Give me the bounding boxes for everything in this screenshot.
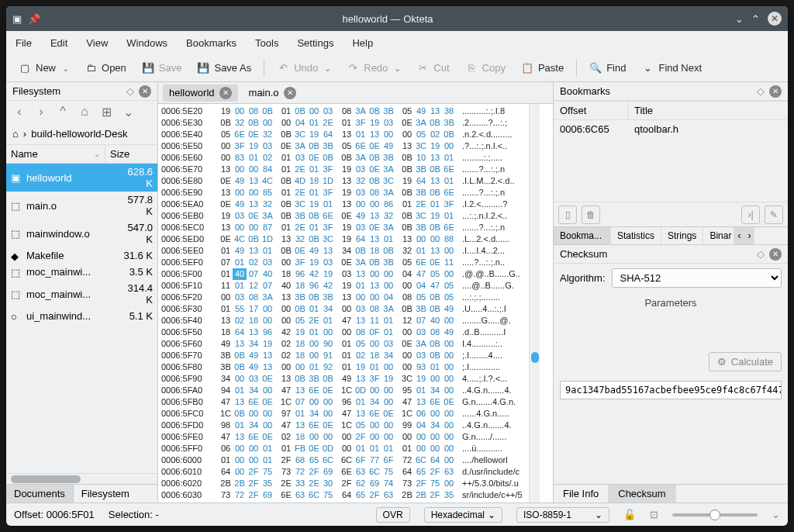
hex-row[interactable]: 0006:5ED00E4C0B1D13320B3C196413011300008… <box>161 233 526 245</box>
insert-mode[interactable]: OVR <box>376 507 410 523</box>
hex-row[interactable]: 0006:5F000140074018964219031300000447050… <box>161 268 526 280</box>
find-button[interactable]: 🔍Find <box>583 59 632 78</box>
detach-icon[interactable]: ◇ <box>757 85 765 97</box>
hex-row[interactable]: 0006:6000010000012F68656C6C6F776F726C640… <box>161 454 526 466</box>
zoom-dropdown-icon[interactable]: ⌄ <box>772 509 780 520</box>
save-button[interactable]: 💾Save <box>136 59 188 78</box>
fit-icon[interactable]: ⊡ <box>650 509 658 520</box>
bookmark-row[interactable]: 0006:6C65qtoolbar.h <box>554 120 788 138</box>
file-row[interactable]: ⬚moc_mainwi...314.4 K <box>6 280 157 308</box>
menu-tools[interactable]: Tools <box>255 37 278 49</box>
hex-row[interactable]: 0006:5F50186413964219010000080F010003084… <box>161 326 526 338</box>
tab-filesystem[interactable]: Filesystem <box>74 485 137 503</box>
v-scrollbar[interactable] <box>529 104 540 503</box>
file-row[interactable]: ⬚moc_mainwi...3.5 K <box>6 264 157 280</box>
hex-row[interactable]: 0006:5E201900080B010B0003083A0B3B0549133… <box>161 105 526 117</box>
close-pane-icon[interactable]: ✕ <box>769 85 782 98</box>
hex-row[interactable]: 0006:5F3001551700000B01340003083A0B3B0B4… <box>161 303 526 315</box>
chevron-down-icon[interactable] <box>323 62 331 74</box>
maximize-icon[interactable]: ⌃ <box>751 13 760 25</box>
nav-back-icon[interactable]: ‹ <box>12 105 26 119</box>
bm-goto-button[interactable]: ›| <box>741 206 760 224</box>
bm-edit-button[interactable]: ✎ <box>765 206 783 224</box>
chevron-down-icon[interactable] <box>60 62 69 74</box>
close-pane-icon[interactable]: ✕ <box>139 85 151 98</box>
menu-view[interactable]: View <box>86 37 108 49</box>
tab-nav-left[interactable]: ‹ <box>734 227 744 244</box>
doc-tab[interactable]: main.o✕ <box>243 85 302 102</box>
file-row[interactable]: ⬚main.o577.8 K <box>6 192 157 219</box>
nav-up-icon[interactable]: ^ <box>56 105 70 119</box>
hex-row[interactable]: 0006:5E50003F19030E3A0B3B056E0E49133C190… <box>161 140 526 152</box>
col-name-header[interactable]: Name⌄ <box>6 145 105 163</box>
h-scrollbar[interactable] <box>6 473 157 484</box>
minimize-icon[interactable]: ⌄ <box>735 13 744 25</box>
redo-button[interactable]: ↷Redo <box>340 59 407 78</box>
tab-checksum[interactable]: Checksum <box>609 485 675 503</box>
chevron-down-icon[interactable] <box>392 62 401 74</box>
hex-row[interactable]: 0006:601064002F7573722F696E636C7564652F6… <box>161 466 526 478</box>
tab-file-info[interactable]: File Info <box>554 485 609 503</box>
close-icon[interactable]: ✕ <box>768 12 782 26</box>
hex-row[interactable]: 0006:5FA09401340047136E0E1C0D00009501340… <box>161 385 526 396</box>
breadcrumb-item[interactable]: build-helloworld-Desk <box>31 128 127 140</box>
calculate-button[interactable]: ⚙Calculate <box>709 352 782 371</box>
nav-icons-icon[interactable]: ⊞ <box>99 105 113 119</box>
tab-documents[interactable]: Documents <box>6 485 74 503</box>
file-row[interactable]: ▣helloworld628.6 K <box>6 164 157 192</box>
chevron-down-icon[interactable]: ⌄ <box>121 105 135 119</box>
hex-row[interactable]: 0006:603073722F696E636C7564652F632B2B2F3… <box>161 489 526 501</box>
hex-row[interactable]: 0006:5F703B0B4913021800910102183400030B0… <box>161 350 526 361</box>
hex-row[interactable]: 0006:5FD09801340047136E0E1C0500009904340… <box>161 420 526 431</box>
hex-row[interactable]: 0006:5EF007010203003F19030E3A0B3B056E0E1… <box>161 257 526 268</box>
menu-windows[interactable]: Windows <box>126 37 167 49</box>
hex-row[interactable]: 0006:5EC013000087012E013F19030E3A0B3B0B6… <box>161 222 526 233</box>
hex-row[interactable]: 0006:5F101101120740189642190113000004470… <box>161 280 526 292</box>
open-button[interactable]: 🗀Open <box>78 59 133 78</box>
hex-row[interactable]: 0006:5EA00E4913320B3C190113000086012E013… <box>161 199 526 210</box>
menu-edit[interactable]: Edit <box>50 37 67 49</box>
hex-row[interactable]: 0006:5E800E49134C0B4D181D13320B3C1964130… <box>161 175 526 187</box>
menu-bookmarks[interactable]: Bookmarks <box>186 37 236 49</box>
tab-statistics[interactable]: Statistics <box>611 227 661 244</box>
close-icon[interactable]: ✕ <box>219 87 232 99</box>
hex-row[interactable]: 0006:5FF00600000101FB0E0D000101010100000… <box>161 443 526 454</box>
file-row[interactable]: ○ui_mainwind...5.1 K <box>6 308 157 324</box>
checksum-output[interactable]: 9ac1347bad55167acbefbee95ce9f4c8c67f4476… <box>560 381 782 399</box>
algorithm-select[interactable]: SHA-512 <box>612 268 782 288</box>
tab-binary[interactable]: Binar <box>703 227 734 244</box>
hex-row[interactable]: 0006:5E40056E0E320B3C1964130113000005020… <box>161 129 526 140</box>
hex-row[interactable]: 0006:5E9013000085012E013F1903083A0B3B0B6… <box>161 187 526 199</box>
home-icon[interactable]: ⌂ <box>12 128 19 140</box>
hex-row[interactable]: 0006:5FB047136E0E1C0700009601340047136E0… <box>161 396 526 408</box>
save-as-button[interactable]: 💾Save As <box>191 59 257 78</box>
tab-bookmarks[interactable]: Bookma... <box>554 227 611 244</box>
tab-strings[interactable]: Strings <box>661 227 703 244</box>
doc-tab[interactable]: helloworld✕ <box>163 85 238 102</box>
menu-settings[interactable]: Settings <box>297 37 333 49</box>
new-button[interactable]: ▢New <box>12 59 75 78</box>
tab-nav-right[interactable]: › <box>744 227 754 244</box>
hex-row[interactable]: 0006:5F604913341902180090010500030E3A0B0… <box>161 338 526 350</box>
bm-remove-button[interactable]: 🗑 <box>582 206 600 224</box>
lock-icon[interactable]: 🔓 <box>623 509 636 520</box>
hex-row[interactable]: 0006:5F803B0B491300000192011901000093010… <box>161 361 526 373</box>
detach-icon[interactable]: ◇ <box>126 85 134 97</box>
paste-button[interactable]: 📋Paste <box>515 59 570 78</box>
hex-row[interactable]: 0006:5FC01C0B00009701340047136E0E1C06000… <box>161 408 526 420</box>
hex-row[interactable]: 0006:5EE0014913010B0E4913340B180B3201130… <box>161 245 526 257</box>
pin-icon[interactable]: 📌 <box>28 13 40 25</box>
undo-button[interactable]: ↶Undo <box>271 59 337 78</box>
menu-help[interactable]: Help <box>352 37 373 49</box>
hex-row[interactable]: 0006:60202B2B2F352E332E302F626974732F750… <box>161 478 526 489</box>
nav-home-icon[interactable]: ⌂ <box>78 105 91 119</box>
close-icon[interactable]: ✕ <box>284 87 296 99</box>
bm-add-button[interactable]: ▯ <box>558 206 577 224</box>
hex-row[interactable]: 0006:5F903400030E130B3B0B49133F193C19000… <box>161 373 526 385</box>
hex-row[interactable]: 0006:5E300B320B000004012E013F19030E3A0B3… <box>161 117 526 129</box>
cut-button[interactable]: ✂Cut <box>410 59 455 78</box>
encoding-select[interactable]: Hexadecimal⌄ <box>424 507 502 523</box>
charset-select[interactable]: ISO-8859-1⌄ <box>516 507 609 523</box>
zoom-slider[interactable] <box>672 513 758 516</box>
col-size-header[interactable]: Size <box>105 145 157 163</box>
